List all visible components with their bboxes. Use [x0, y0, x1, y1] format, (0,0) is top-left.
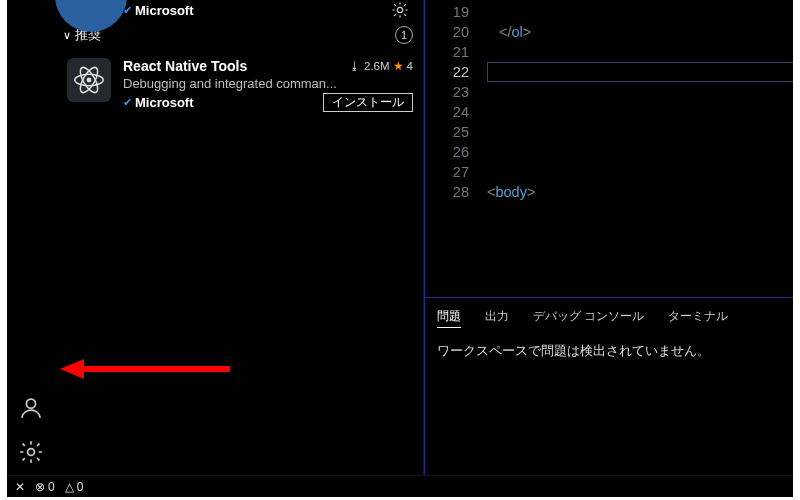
- line-gutter: 19202122232425262728: [425, 2, 487, 297]
- code-editor[interactable]: 19202122232425262728 </ol> <body>: [424, 0, 793, 297]
- section-count-badge: 1: [395, 26, 413, 44]
- status-warnings[interactable]: △0: [65, 480, 84, 494]
- extension-manage-gear-icon[interactable]: [391, 1, 409, 19]
- chevron-down-icon: ∨: [63, 29, 71, 42]
- svg-point-2: [397, 7, 402, 12]
- extension-stats: ⭳ 2.6M ★ 4: [349, 59, 413, 73]
- editor-area: 19202122232425262728 </ol> <body> 問題 出力 …: [424, 0, 793, 475]
- problems-empty-message: ワークスペースで問題は検出されていません。: [437, 342, 781, 360]
- svg-point-6: [87, 78, 92, 83]
- activity-bar: [7, 0, 55, 475]
- tab-output[interactable]: 出力: [485, 306, 509, 328]
- publisher-label: Microsoft: [135, 95, 194, 110]
- svg-point-0: [26, 399, 35, 408]
- remote-indicator[interactable]: ✕: [15, 480, 25, 494]
- star-icon: ★: [393, 59, 404, 73]
- download-count: 2.6M: [364, 60, 390, 72]
- install-button[interactable]: インストール: [323, 93, 413, 112]
- tab-problems[interactable]: 問題: [437, 306, 461, 328]
- svg-point-1: [28, 449, 35, 456]
- rating-value: 4: [407, 60, 413, 72]
- warning-icon: △: [65, 480, 74, 494]
- extension-description: Debugging and integrated comman...: [123, 76, 413, 91]
- status-errors[interactable]: ⊗0: [35, 480, 55, 494]
- code-content: </ol> <body>: [487, 2, 793, 297]
- extensions-sidebar: ✔ Microsoft ∨ 推奨 1 React Native Tools: [55, 0, 424, 475]
- extension-list-item[interactable]: React Native Tools ⭳ 2.6M ★ 4 Debugging …: [55, 50, 423, 120]
- download-icon: ⭳: [349, 60, 361, 72]
- status-bar: ✕ ⊗0 △0: [7, 475, 793, 497]
- accounts-icon[interactable]: [18, 395, 44, 421]
- react-native-icon: [67, 58, 111, 102]
- error-icon: ⊗: [35, 480, 45, 494]
- remote-icon: ✕: [15, 480, 25, 494]
- current-line-highlight: [487, 62, 793, 82]
- bottom-panel: 問題 出力 デバッグ コンソール ターミナル ワークスペースで問題は検出されてい…: [424, 297, 793, 475]
- extension-title: React Native Tools: [123, 58, 247, 74]
- verified-icon: ✔: [123, 96, 132, 109]
- tab-terminal[interactable]: ターミナル: [668, 306, 728, 328]
- settings-gear-icon[interactable]: [18, 439, 44, 465]
- publisher-label: Microsoft: [135, 3, 194, 18]
- tab-debug-console[interactable]: デバッグ コンソール: [533, 306, 644, 328]
